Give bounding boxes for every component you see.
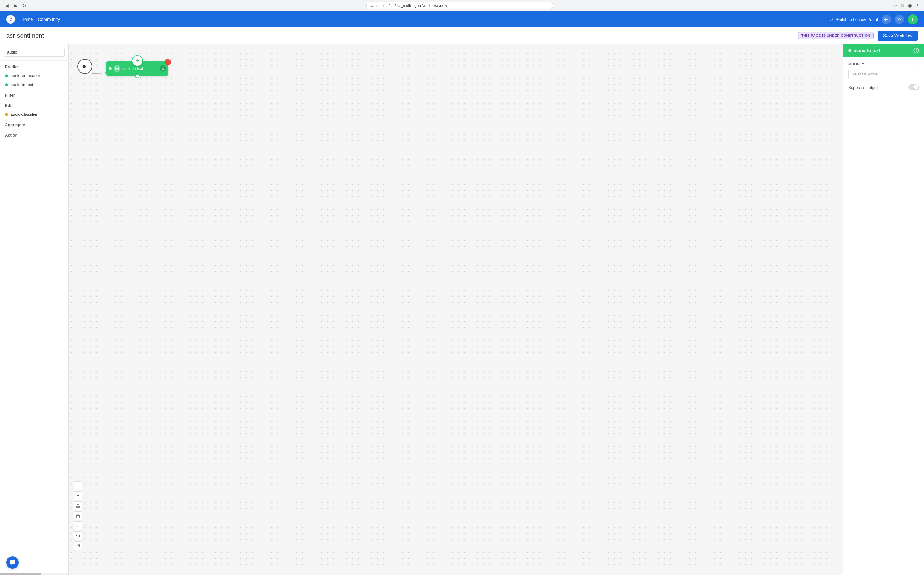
in-node[interactable]: IN: [77, 59, 92, 74]
sidebar-item-label: audio-embedder: [11, 73, 40, 78]
sidebar-item-audio-embedder[interactable]: audio-embedder: [0, 71, 68, 80]
node-type-icon: [113, 65, 121, 72]
plus-icon: +: [884, 17, 887, 22]
user-avatar[interactable]: I: [908, 14, 918, 24]
nav-home[interactable]: Home: [21, 17, 33, 22]
suppress-output-label: Suppress output: [848, 85, 878, 90]
app-header-right: ⇄ Switch to Legacy Portal + ▾ ? ▾ I: [830, 14, 918, 24]
reload-button[interactable]: ↻: [21, 3, 27, 9]
node-delete-button[interactable]: [160, 65, 166, 72]
suppress-output-toggle[interactable]: [908, 84, 919, 91]
under-construction-badge: THIS PAGE IS UNDER CONSTRUCTION: [798, 32, 874, 39]
node-label: audio-to-text: [122, 67, 158, 71]
node-error-badge: !: [165, 59, 171, 65]
page-toolbar: asr-sentiment THIS PAGE IS UNDER CONSTRU…: [0, 27, 924, 44]
workflow-node-audio-to-text[interactable]: + audio-to-text !: [106, 62, 169, 76]
app-header: C Home Community ⇄ Switch to Legacy Port…: [0, 11, 924, 27]
sidebar-section-filter: Filter: [0, 89, 68, 100]
svg-rect-7: [79, 504, 80, 505]
url-bar[interactable]: clarifai.com/ian/ocr_multilingual/workfl…: [366, 2, 553, 10]
back-button[interactable]: ◀: [4, 3, 10, 9]
svg-rect-9: [79, 507, 80, 508]
right-panel-header: audio-to-text ?: [843, 44, 924, 57]
help-icon: ?: [897, 17, 900, 22]
switch-legacy-label: Switch to Legacy Portal: [835, 17, 878, 22]
refresh-button[interactable]: ↺: [74, 541, 82, 550]
panel-header-title: audio-to-text: [854, 48, 911, 53]
undo-button[interactable]: ↩: [74, 521, 82, 530]
plus-arrow-icon: ▾: [887, 18, 889, 21]
fit-screen-button[interactable]: [74, 501, 82, 510]
forward-button[interactable]: ▶: [13, 3, 19, 9]
nav-community[interactable]: Community: [38, 17, 60, 22]
canvas-svg: [68, 44, 843, 575]
svg-rect-8: [76, 507, 77, 508]
sidebar-section-predict: Predict: [0, 61, 68, 71]
switch-legacy-button[interactable]: ⇄ Switch to Legacy Portal: [830, 17, 878, 22]
model-label: MODEL:*: [848, 62, 919, 67]
browser-icons: ☆ ⧉ ◉ ⋮: [892, 3, 920, 8]
help-arrow-icon: ▾: [900, 18, 901, 21]
sidebar-section-edit: Edit: [0, 100, 68, 110]
bookmark-icon[interactable]: ☆: [892, 3, 898, 8]
canvas-controls: + − ↩ ↪ ↺: [74, 481, 82, 550]
sidebar-item-label: audio-classifier: [11, 112, 38, 117]
right-panel: audio-to-text ? MODEL:* Select a Model S…: [843, 44, 924, 575]
page-content: asr-sentiment THIS PAGE IS UNDER CONSTRU…: [0, 27, 924, 575]
node-status-dot: [108, 67, 112, 70]
search-input[interactable]: [4, 48, 65, 57]
error-icon: !: [167, 60, 169, 64]
node-add-handle[interactable]: +: [132, 55, 143, 67]
extension-icon[interactable]: ⧉: [900, 3, 905, 8]
redo-button[interactable]: ↪: [74, 531, 82, 540]
model-select[interactable]: Select a Model: [848, 69, 919, 79]
page-title: asr-sentiment: [6, 32, 44, 39]
dot-green-icon: [5, 74, 8, 77]
main-layout: Predict audio-embedder audio-to-text Fil…: [0, 44, 924, 575]
profile-icon[interactable]: ◉: [907, 3, 913, 8]
app-nav: Home Community: [21, 17, 824, 22]
sidebar-search-container: [0, 44, 68, 61]
node-bottom-handle[interactable]: [135, 74, 140, 78]
svg-text:C: C: [10, 18, 11, 21]
sidebar-item-audio-classifier[interactable]: audio-classifier: [0, 110, 68, 119]
sidebar-item-label: audio-to-text: [11, 82, 33, 87]
toggle-knob: [913, 85, 918, 90]
panel-header-help-button[interactable]: ?: [913, 48, 919, 53]
sidebar-item-audio-to-text[interactable]: audio-to-text: [0, 80, 68, 89]
app-logo[interactable]: C: [6, 15, 15, 24]
suppress-output-row: Suppress output: [848, 84, 919, 91]
svg-rect-6: [76, 504, 77, 505]
url-text: clarifai.com/ian/ocr_multilingual/workfl…: [370, 3, 447, 8]
in-node-label: IN: [83, 64, 87, 68]
sidebar-section-action: Action: [0, 129, 68, 140]
add-handle-icon: +: [136, 58, 139, 64]
zoom-out-button[interactable]: −: [74, 491, 82, 500]
dot-yellow-icon: [5, 113, 8, 116]
help-button[interactable]: ? ▾: [895, 15, 904, 24]
dot-green-icon: [5, 83, 8, 86]
sidebar-scrollbar: [0, 572, 68, 575]
browser-bar: ◀ ▶ ↻ clarifai.com/ian/ocr_multilingual/…: [0, 0, 924, 11]
zoom-in-button[interactable]: +: [74, 481, 82, 490]
menu-icon[interactable]: ⋮: [914, 3, 920, 8]
sidebar-scrollbar-thumb: [0, 573, 41, 575]
add-button[interactable]: + ▾: [881, 15, 891, 24]
switch-icon: ⇄: [830, 17, 833, 22]
lock-button[interactable]: [74, 511, 82, 520]
panel-header-dot: [848, 49, 851, 52]
svg-rect-10: [76, 515, 80, 518]
user-initial: I: [912, 17, 913, 22]
sidebar: Predict audio-embedder audio-to-text Fil…: [0, 44, 68, 575]
save-workflow-button[interactable]: Save Workflow: [878, 30, 918, 41]
toolbar-right: THIS PAGE IS UNDER CONSTRUCTION Save Wor…: [798, 30, 918, 41]
sidebar-section-aggregate: Aggregate: [0, 119, 68, 129]
right-panel-body: MODEL:* Select a Model Suppress output: [843, 57, 924, 575]
help-circle-icon: ?: [915, 49, 917, 52]
canvas-area[interactable]: IN + audio-to-text: [68, 44, 843, 575]
chat-bubble-button[interactable]: [6, 556, 19, 569]
